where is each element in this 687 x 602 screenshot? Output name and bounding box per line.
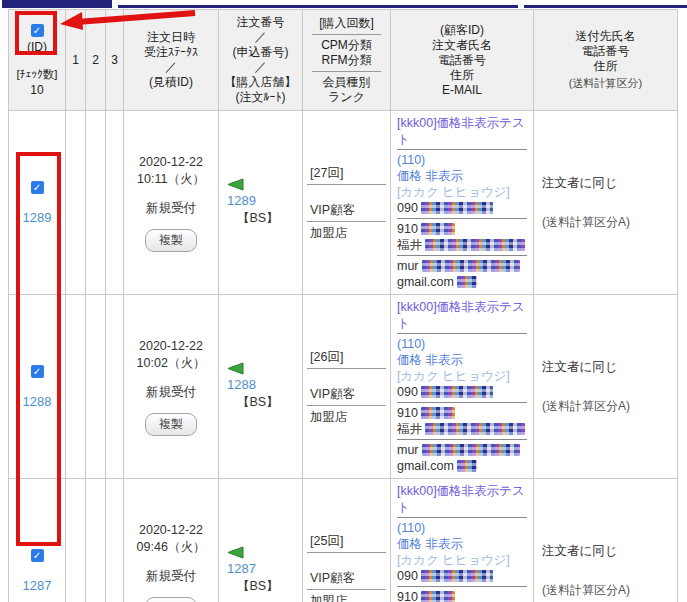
censored-phone bbox=[421, 202, 493, 214]
censored-phone bbox=[421, 386, 493, 398]
customer-link[interactable]: [kkk00]価格非表示テスト bbox=[397, 115, 527, 147]
customer-email: mur bbox=[397, 442, 527, 458]
order-number-cell: 1287 【BS】 bbox=[219, 479, 303, 602]
orders-table: ✓ (ID) [ﾁｪｯｸ数] 10 1 2 3 注文日時 受注ｽﾃｰﾀｽ ／ (… bbox=[8, 9, 678, 602]
divider bbox=[312, 71, 381, 72]
customer-link[interactable]: [kkk00]価格非表示テスト bbox=[397, 299, 527, 331]
shipping-cell: 注文者に同じ (送料計算区分A) bbox=[534, 111, 678, 295]
purchase-store: 【BS】 bbox=[237, 394, 302, 411]
censored-address bbox=[425, 239, 525, 251]
new-order-flag-icon bbox=[227, 178, 244, 191]
order-id-link[interactable]: 1287 bbox=[9, 578, 65, 593]
order-number-link[interactable]: 1289 bbox=[227, 193, 256, 208]
purchase-store: 【BS】 bbox=[237, 210, 302, 227]
customer-phone: 090 bbox=[397, 384, 527, 400]
shipping-fee-class: (送料計算区分A) bbox=[542, 398, 669, 415]
order-number-cell: 1289 【BS】 bbox=[219, 111, 303, 295]
divider bbox=[307, 552, 386, 553]
censored-postal bbox=[421, 223, 455, 235]
customer-postal: 910 bbox=[397, 405, 527, 421]
duplicate-button[interactable]: 複製 bbox=[145, 229, 197, 252]
censored-email bbox=[422, 260, 520, 272]
customer-id: (110) bbox=[397, 152, 527, 168]
flag-cell-2 bbox=[86, 479, 106, 602]
divider bbox=[307, 368, 386, 369]
customer-id: (110) bbox=[397, 520, 527, 536]
censored-email-tail bbox=[457, 276, 477, 288]
flag-cell-1 bbox=[66, 479, 86, 602]
header-shipping-column: 送付先氏名 電話番号 住所 (送料計算区分) bbox=[534, 10, 678, 111]
row-checkbox[interactable]: ✓ bbox=[31, 549, 44, 562]
order-date: 2020-12-22 bbox=[124, 522, 218, 539]
order-date: 2020-12-22 bbox=[124, 154, 218, 171]
flag-cell-3 bbox=[106, 111, 124, 295]
purchase-store: 【BS】 bbox=[237, 578, 302, 595]
order-time: 10:11（火） bbox=[124, 171, 218, 188]
shipping-fee-class: (送料計算区分A) bbox=[542, 214, 669, 231]
customer-phone: 090 bbox=[397, 200, 527, 216]
customer-id: (110) bbox=[397, 336, 527, 352]
purchase-count: [27回] bbox=[305, 165, 388, 181]
order-status: 新規受付 bbox=[124, 384, 218, 401]
flag-cell-3 bbox=[106, 295, 124, 479]
table-row: ✓ 1287 2020-12-22 09:46（火） 新規受付 複製 1287 … bbox=[9, 479, 678, 602]
customer-name-link[interactable]: 価格 非表示 bbox=[397, 168, 527, 184]
annotation-box-header-checkbox bbox=[15, 11, 57, 55]
censored-postal bbox=[421, 407, 455, 419]
customer-email-domain: gmail.com bbox=[397, 274, 527, 290]
flag-cell-2 bbox=[86, 111, 106, 295]
table-row: ✓ 1289 2020-12-22 10:11（火） 新規受付 複製 1289 … bbox=[9, 111, 678, 295]
divider bbox=[397, 333, 527, 334]
purchase-cell: [27回] VIP顧客 加盟店 bbox=[303, 111, 391, 295]
order-date: 2020-12-22 bbox=[124, 338, 218, 355]
annotation-arrow-icon bbox=[55, 4, 205, 34]
flag-cell-1 bbox=[66, 111, 86, 295]
divider bbox=[312, 34, 381, 35]
divider bbox=[397, 402, 527, 403]
shipping-cell: 注文者に同じ (送料計算区分A) bbox=[534, 295, 678, 479]
censored-postal bbox=[421, 591, 455, 602]
customer-cell: [kkk00]価格非表示テスト (110) 価格 非表示 [カカク ヒヒョウジ]… bbox=[391, 479, 534, 602]
customer-kana: [カカク ヒヒョウジ] bbox=[397, 368, 527, 384]
order-time: 09:46（火） bbox=[124, 539, 218, 556]
ship-to-name: 注文者に同じ bbox=[542, 175, 669, 192]
tabbar-border bbox=[524, 5, 687, 8]
order-number-link[interactable]: 1287 bbox=[227, 561, 256, 576]
order-number-link[interactable]: 1288 bbox=[227, 377, 256, 392]
customer-name-link[interactable]: 価格 非表示 bbox=[397, 536, 527, 552]
check-count-label: [ﾁｪｯｸ数] bbox=[11, 67, 63, 82]
divider bbox=[397, 149, 527, 150]
member-type: VIP顧客 bbox=[305, 202, 388, 218]
purchase-cell: [26回] VIP顧客 加盟店 bbox=[303, 295, 391, 479]
duplicate-button[interactable]: 複製 bbox=[145, 413, 197, 436]
new-order-flag-icon bbox=[227, 546, 244, 559]
purchase-cell: [25回] VIP顧客 加盟店 bbox=[303, 479, 391, 602]
flag-cell-2 bbox=[86, 295, 106, 479]
customer-email-domain: gmail.com bbox=[397, 458, 527, 474]
new-order-flag-icon bbox=[227, 362, 244, 375]
customer-name-link[interactable]: 価格 非表示 bbox=[397, 352, 527, 368]
customer-phone: 090 bbox=[397, 568, 527, 584]
divider bbox=[397, 586, 527, 587]
duplicate-button[interactable]: 複製 bbox=[145, 597, 197, 602]
member-rank: 加盟店 bbox=[305, 409, 388, 425]
customer-email: mur bbox=[397, 258, 527, 274]
order-time: 10:02（火） bbox=[124, 355, 218, 372]
order-list-screen: ✓ (ID) [ﾁｪｯｸ数] 10 1 2 3 注文日時 受注ｽﾃｰﾀｽ ／ (… bbox=[0, 0, 687, 602]
date-cell: 2020-12-22 10:02（火） 新規受付 複製 bbox=[124, 295, 219, 479]
table-row: ✓ 1288 2020-12-22 10:02（火） 新規受付 複製 1288 … bbox=[9, 295, 678, 479]
divider bbox=[397, 517, 527, 518]
censored-email-tail bbox=[457, 460, 477, 472]
header-order-number-column: 注文番号 ／ (申込番号) ／ 【購入店舗】 (注文ﾙｰﾄ) bbox=[219, 10, 303, 111]
header-purchase-column: [購入回数] CPM分類 RFM分類 会員種別 ランク bbox=[303, 10, 391, 111]
ship-to-name: 注文者に同じ bbox=[542, 359, 669, 376]
order-status: 新規受付 bbox=[124, 568, 218, 585]
date-cell: 2020-12-22 09:46（火） 新規受付 複製 bbox=[124, 479, 219, 602]
customer-address: 福井 bbox=[397, 421, 527, 437]
customer-kana: [カカク ヒヒョウジ] bbox=[397, 184, 527, 200]
header-customer-column: (顧客ID) 注文者氏名 電話番号 住所 E-MAIL bbox=[391, 10, 534, 111]
order-number-cell: 1288 【BS】 bbox=[219, 295, 303, 479]
orders-table-wrap: ✓ (ID) [ﾁｪｯｸ数] 10 1 2 3 注文日時 受注ｽﾃｰﾀｽ ／ (… bbox=[8, 9, 679, 602]
annotation-box-row-checkboxes bbox=[16, 152, 61, 546]
customer-link[interactable]: [kkk00]価格非表示テスト bbox=[397, 483, 527, 515]
